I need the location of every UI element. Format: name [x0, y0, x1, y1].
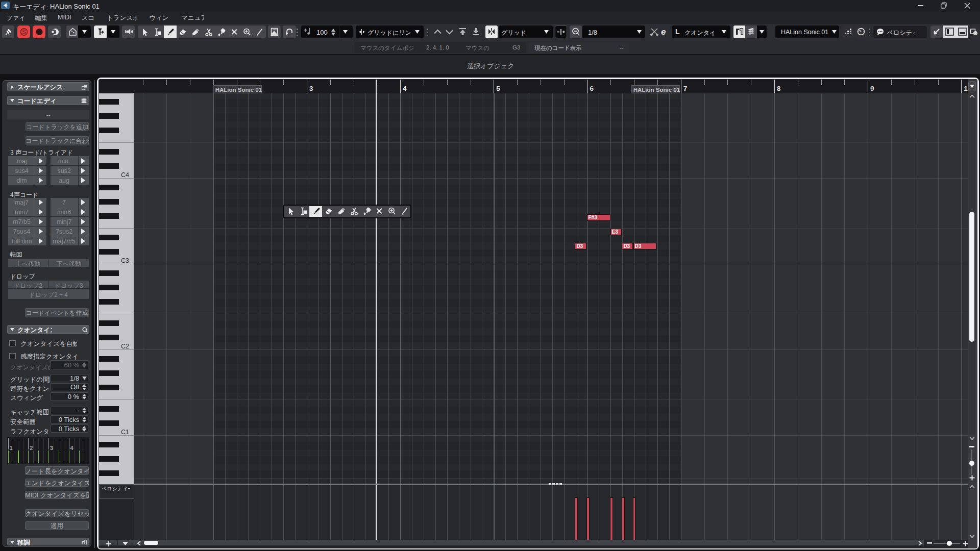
svg-text:S: S [22, 29, 26, 36]
